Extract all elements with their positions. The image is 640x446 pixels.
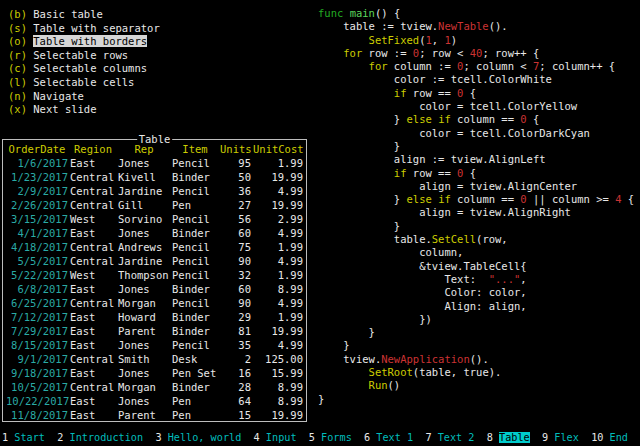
code-line: table := tview.NewTable(). [318,20,634,33]
table-cell: Parent [117,324,171,338]
table-cell: 4.99 [252,184,304,198]
slide-item-forms[interactable]: 5 Forms [309,432,352,443]
table-row: 4/18/2017CentralAndrewsPencil751.99 [5,240,304,254]
code-line: align = tview.AlignCenter [318,180,634,193]
table-panel: Table OrderDateRegionRepItemUnitsUnitCos… [2,139,307,422]
table-cell: East [69,156,117,170]
menu-item-r[interactable]: (r) Selectable rows [8,49,160,63]
slide-number: 1 [2,432,8,443]
slide-item-start[interactable]: 1 Start [2,432,45,443]
table-row: 4/1/2017EastJonesBinder604.99 [5,226,304,240]
table-cell: 32 [219,268,252,282]
table-cell: Pencil [171,240,219,254]
table-cell: Central [69,296,117,310]
table-row: 2/9/2017CentralJardinePencil364.99 [5,184,304,198]
slide-item-text-2[interactable]: 7 Text 2 [425,432,474,443]
table-cell: 81 [219,324,252,338]
code-line: if row == 0 { [318,167,634,180]
table-cell: Jones [117,156,171,170]
code-token: align = tview.AlignRight [318,206,571,218]
table-cell: 6/8/2017 [5,282,69,296]
menu-item-s[interactable]: (s) Table with separator [8,22,160,36]
table-cell: 60 [219,226,252,240]
code-line: color := tcell.ColorWhite [318,73,634,86]
table-cell: Binder [171,226,219,240]
code-token [318,366,369,378]
table-cell: 10/22/2017 [5,394,69,408]
menu-item-l[interactable]: (l) Selectable cells [8,76,160,90]
code-token: () { [375,7,400,19]
menu-item-label: Selectable cells [33,76,134,88]
code-token: column == [451,113,521,125]
code-line: } else if column == 0 { [318,113,634,126]
table-cell: West [69,268,117,282]
code-line: SetRoot(table, true). [318,366,634,379]
table-cell: Jones [117,226,171,240]
slide-item-input[interactable]: 4 Input [254,432,297,443]
table-cell: 6/25/2017 [5,296,69,310]
table-cell: Pencil [171,268,219,282]
table-cell: Howard [117,310,171,324]
table-cell: 125.00 [252,352,304,366]
code-token: , [432,34,445,46]
code-token: NewTable [438,20,489,32]
table-cell: Binder [171,170,219,184]
code-token: else [407,113,432,125]
code-token: column, [318,246,463,258]
table-cell: 28 [219,380,252,394]
code-token: } [318,220,400,232]
slide-item-end[interactable]: 10 End [591,432,628,443]
table-cell: 4.99 [252,226,304,240]
table-cell: Pencil [171,156,219,170]
table-cell: Pen [171,394,219,408]
slide-item-hello-world[interactable]: 3 Hello, world [155,432,241,443]
slide-item-table[interactable]: 8 Table [487,432,530,443]
slide-number: 5 [309,432,315,443]
menu-item-label: Navigate [33,90,84,102]
slide-number: 7 [425,432,431,443]
table-row: 6/25/2017CentralMorganPencil904.99 [5,296,304,310]
table-cell: 11/8/2017 [5,408,69,422]
menu-item-o[interactable]: (o) Table with borders [8,35,160,49]
code-token: if [394,87,407,99]
menu-item-c[interactable]: (c) Selectable columns [8,62,160,76]
table-cell: Morgan [117,296,171,310]
code-token: func [318,7,343,19]
table-cell: Pen [171,198,219,212]
column-header: UnitCost [252,142,304,156]
table-cell: 19.99 [252,170,304,184]
slide-item-introduction[interactable]: 2 Introduction [57,432,143,443]
table-cell: Central [69,352,117,366]
table-cell: 4/18/2017 [5,240,69,254]
menu-item-b[interactable]: (b) Basic table [8,8,160,22]
table-header-row: OrderDateRegionRepItemUnitsUnitCost [5,142,304,156]
table-cell: Morgan [117,380,171,394]
table-cell: 8.99 [252,380,304,394]
table-row: 10/22/2017EastJonesPen648.99 [5,394,304,408]
slide-label: Hello, world [168,432,242,443]
code-line: color = tcell.ColorDarkCyan [318,127,634,140]
slide-item-text-1[interactable]: 6 Text 1 [364,432,413,443]
table-cell: 1.99 [252,310,304,324]
table-cell: Central [69,184,117,198]
table-cell: Central [69,198,117,212]
table-cell: 90 [219,296,252,310]
terminal-screen: (b) Basic table(s) Table with separator(… [0,0,640,446]
slide-item-flex[interactable]: 9 Flex [542,432,579,443]
menu-item-x[interactable]: (x) Next slide [8,103,160,117]
table-row: 5/5/2017CentralJardinePencil904.99 [5,254,304,268]
table-cell: 10/5/2017 [5,380,69,394]
table-cell: Central [69,240,117,254]
table-cell: 1.99 [252,156,304,170]
code-token: { [527,113,540,125]
code-token: , [520,273,526,285]
menu-item-n[interactable]: (n) Navigate [8,90,160,104]
table-cell: Smith [117,352,171,366]
code-line: Align: align, [318,300,634,313]
code-line: if row == 0 { [318,87,634,100]
table-cell: Parent [117,408,171,422]
table-cell: 29 [219,310,252,324]
code-token: SetFixed [369,34,420,46]
code-token: { [622,193,635,205]
menu-shortcut-key: (o) [8,35,27,47]
